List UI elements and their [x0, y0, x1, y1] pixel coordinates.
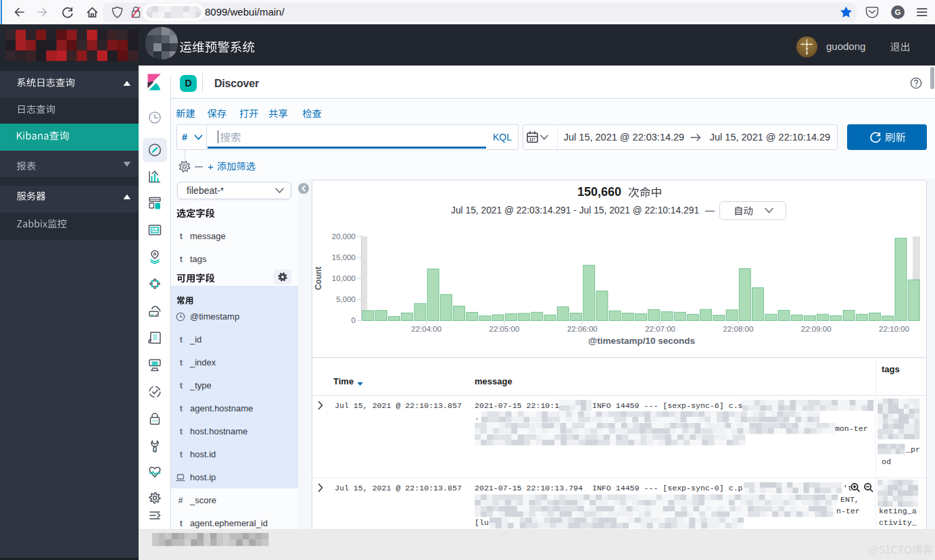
svg-text:22:08:00: 22:08:00 [723, 325, 754, 333]
svg-text:15,000: 15,000 [332, 253, 356, 261]
svg-text:22:09:00: 22:09:00 [801, 325, 832, 333]
svg-text:22:06:00: 22:06:00 [567, 325, 598, 333]
svg-text:20,000: 20,000 [332, 232, 356, 240]
svg-text:5,000: 5,000 [336, 295, 356, 303]
svg-text:22:04:00: 22:04:00 [411, 325, 441, 333]
svg-text:22:10:00: 22:10:00 [879, 325, 909, 333]
svg-text:22:07:00: 22:07:00 [645, 325, 675, 333]
svg-text:@timestamp/10 seconds: @timestamp/10 seconds [588, 336, 695, 346]
svg-text:10,000: 10,000 [332, 274, 356, 282]
svg-text:0: 0 [352, 316, 356, 324]
svg-text:22:05:00: 22:05:00 [489, 325, 520, 333]
svg-text:Count: Count [314, 267, 323, 290]
